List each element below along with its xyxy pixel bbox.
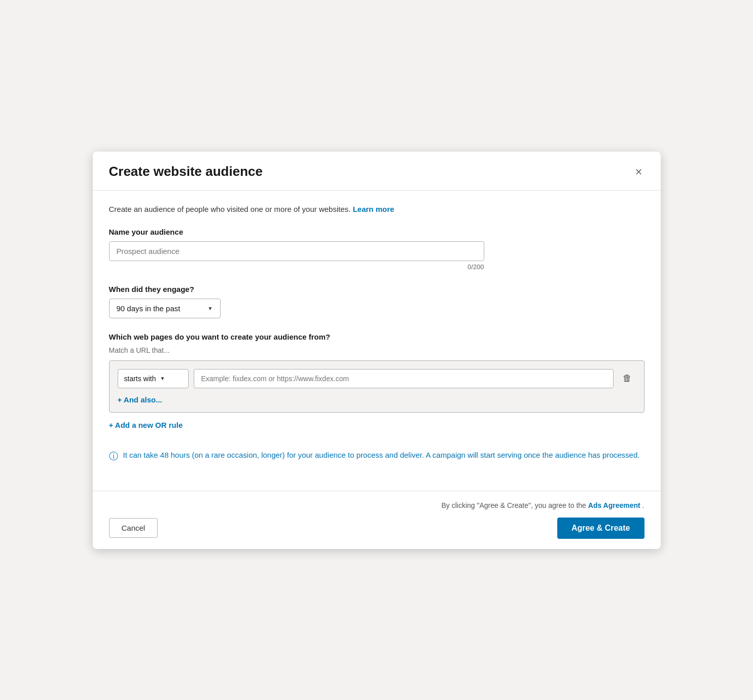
footer-buttons: Cancel Agree & Create <box>109 518 644 539</box>
ads-agreement-link[interactable]: Ads Agreement <box>588 501 640 509</box>
add-or-rule-button[interactable]: + Add a new OR rule <box>109 421 183 429</box>
starts-with-dropdown[interactable]: starts with ▼ <box>118 369 189 388</box>
starts-with-label: starts with <box>124 375 156 383</box>
info-icon: ⓘ <box>109 450 118 462</box>
starts-with-arrow: ▼ <box>160 376 165 381</box>
modal-title: Create website audience <box>109 164 263 179</box>
info-text: It can take 48 hours (on a rare occasion… <box>123 450 640 461</box>
modal-footer: By clicking "Agree & Create", you agree … <box>93 491 661 549</box>
engage-dropdown-value: 90 days in the past <box>117 304 181 313</box>
char-count: 0/200 <box>109 263 484 271</box>
url-rule-row: starts with ▼ 🗑 <box>118 369 636 388</box>
engage-dropdown[interactable]: 90 days in the past ▼ <box>109 299 221 318</box>
create-website-audience-modal: Create website audience × Create an audi… <box>93 152 661 549</box>
and-also-button[interactable]: + And also... <box>118 395 162 404</box>
url-rule-box: starts with ▼ 🗑 + And also... <box>109 360 644 413</box>
modal-header: Create website audience × <box>93 152 661 191</box>
name-audience-label: Name your audience <box>109 228 644 236</box>
name-audience-section: Name your audience 0/200 <box>109 228 644 271</box>
match-url-label: Match a URL that... <box>109 346 644 354</box>
agree-create-button[interactable]: Agree & Create <box>557 518 644 539</box>
modal-body: Create an audience of people who visited… <box>93 191 661 491</box>
learn-more-link[interactable]: Learn more <box>353 205 395 213</box>
engage-section: When did they engage? 90 days in the pas… <box>109 285 644 318</box>
engage-label: When did they engage? <box>109 285 644 293</box>
audience-name-input[interactable] <box>109 241 484 261</box>
url-input[interactable] <box>194 369 614 388</box>
info-box: ⓘ It can take 48 hours (on a rare occasi… <box>109 450 644 476</box>
delete-rule-button[interactable]: 🗑 <box>619 371 636 386</box>
close-button[interactable]: × <box>633 164 644 180</box>
footer-agreement: By clicking "Agree & Create", you agree … <box>109 501 644 509</box>
web-pages-label: Which web pages do you want to create yo… <box>109 333 644 341</box>
intro-text: Create an audience of people who visited… <box>109 205 644 213</box>
engage-dropdown-arrow: ▼ <box>208 306 213 311</box>
cancel-button[interactable]: Cancel <box>109 518 158 538</box>
web-pages-section: Which web pages do you want to create yo… <box>109 333 644 429</box>
